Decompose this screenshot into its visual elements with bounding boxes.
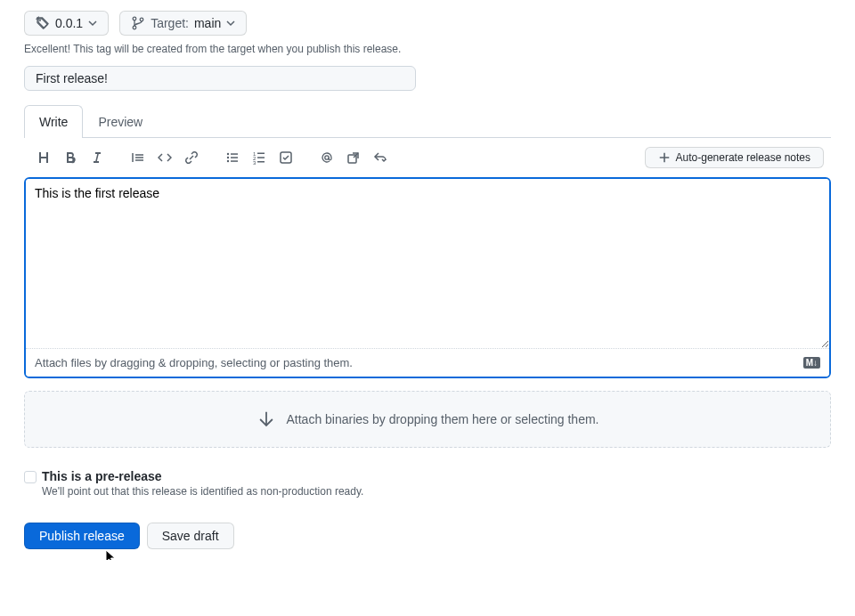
prerelease-hint: We'll point out that this release is ide… [42, 485, 363, 498]
publish-release-button[interactable]: Publish release [24, 523, 140, 549]
arrow-down-icon [256, 409, 276, 429]
bold-button[interactable] [58, 145, 83, 170]
prerelease-title: This is a pre-release [42, 469, 363, 483]
git-branch-icon [131, 16, 145, 30]
heading-button[interactable] [31, 145, 56, 170]
tag-version-dropdown[interactable]: 0.0.1 [24, 11, 109, 36]
svg-point-1 [133, 17, 136, 20]
svg-rect-7 [231, 153, 238, 155]
attach-hint[interactable]: Attach files by dragging & dropping, sel… [35, 356, 353, 369]
svg-point-5 [227, 157, 229, 158]
italic-button[interactable] [85, 145, 110, 170]
svg-point-17 [325, 156, 329, 159]
prerelease-checkbox[interactable] [24, 471, 37, 483]
editor-toolbar: 123 Auto-generate release notes [24, 138, 831, 177]
target-branch-dropdown[interactable]: Target: main [119, 11, 247, 36]
chevron-down-icon [226, 19, 235, 28]
quote-button[interactable] [126, 145, 151, 170]
svg-rect-9 [231, 160, 238, 162]
mention-button[interactable] [314, 145, 339, 170]
unordered-list-button[interactable] [220, 145, 245, 170]
release-description-textarea[interactable] [26, 179, 829, 348]
chevron-down-icon [88, 19, 97, 28]
svg-point-6 [227, 160, 229, 162]
save-draft-button[interactable]: Save draft [147, 523, 234, 549]
markdown-icon[interactable]: M↓ [803, 357, 820, 369]
svg-rect-8 [231, 157, 238, 158]
svg-rect-15 [257, 161, 265, 163]
target-label: Target: [151, 16, 189, 30]
code-button[interactable] [152, 145, 177, 170]
tab-write[interactable]: Write [24, 105, 83, 138]
svg-point-0 [39, 20, 41, 21]
svg-point-3 [140, 18, 143, 21]
tasklist-button[interactable] [273, 145, 298, 170]
reply-button[interactable] [368, 145, 393, 170]
svg-text:3: 3 [253, 160, 256, 165]
binary-dropzone[interactable]: Attach binaries by dropping them here or… [24, 391, 831, 448]
tab-preview[interactable]: Preview [83, 105, 158, 138]
auto-generate-button[interactable]: Auto-generate release notes [645, 147, 824, 168]
auto-generate-label: Auto-generate release notes [676, 151, 810, 164]
link-button[interactable] [179, 145, 204, 170]
plus-icon [658, 151, 671, 164]
svg-point-4 [227, 153, 229, 155]
dropzone-text: Attach binaries by dropping them here or… [287, 412, 599, 426]
tag-version-label: 0.0.1 [55, 16, 83, 30]
release-title-input[interactable] [24, 66, 416, 91]
svg-rect-14 [257, 157, 265, 158]
mouse-cursor-icon [105, 549, 118, 560]
tag-icon [36, 16, 50, 30]
target-value: main [194, 16, 221, 30]
tag-hint-text: Excellent! This tag will be created from… [24, 43, 831, 55]
ordered-list-button[interactable]: 123 [247, 145, 272, 170]
svg-rect-13 [257, 153, 265, 155]
svg-point-2 [133, 26, 136, 29]
cross-reference-button[interactable] [341, 145, 366, 170]
